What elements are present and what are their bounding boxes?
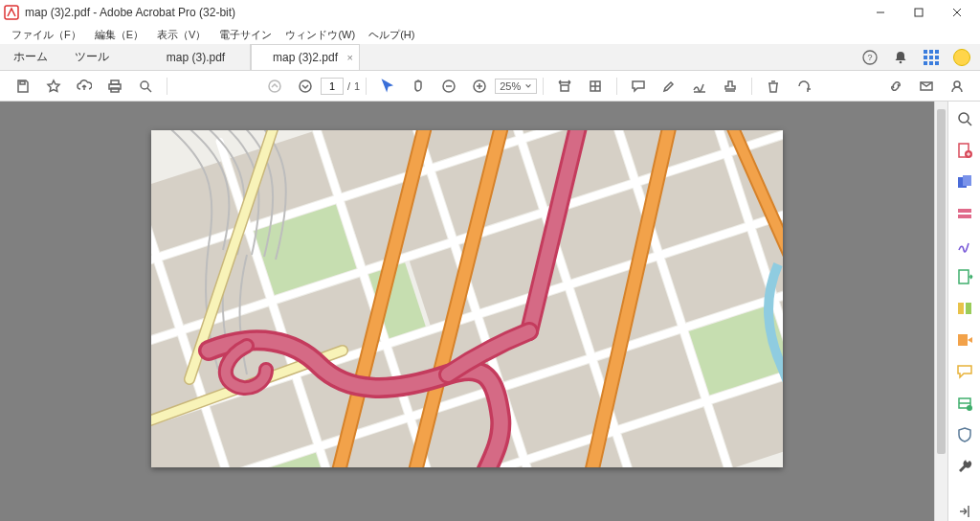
- menu-view[interactable]: 表示（V）: [151, 26, 212, 44]
- account-avatar-icon[interactable]: [953, 49, 970, 66]
- svg-line-90: [968, 122, 971, 125]
- trash-icon[interactable]: [762, 75, 785, 98]
- tab-label: map (3)2.pdf: [273, 51, 338, 64]
- close-button[interactable]: [938, 0, 976, 25]
- work-area: [0, 102, 980, 521]
- tab-tools[interactable]: ツール: [61, 44, 122, 70]
- menu-help[interactable]: ヘルプ(H): [363, 26, 420, 44]
- zoom-value: 25%: [500, 80, 521, 92]
- svg-point-105: [967, 405, 972, 411]
- pointer-icon[interactable]: [376, 75, 399, 98]
- apps-grid-icon[interactable]: [923, 49, 940, 66]
- star-icon[interactable]: [42, 75, 65, 98]
- rotate-icon[interactable]: [792, 75, 815, 98]
- tab-bar: ホーム ツール map (3).pdf map (3)2.pdf × ?: [0, 44, 980, 71]
- zoom-in-icon[interactable]: [468, 75, 491, 98]
- map-content: [151, 130, 783, 467]
- print-icon[interactable]: [103, 75, 126, 98]
- save-icon[interactable]: [11, 75, 34, 98]
- tab-document-2[interactable]: map (3)2.pdf ×: [251, 44, 360, 70]
- send-comments-icon[interactable]: [955, 331, 974, 350]
- protect-icon[interactable]: [955, 426, 974, 444]
- help-icon[interactable]: ?: [861, 49, 879, 66]
- svg-rect-99: [959, 270, 969, 283]
- svg-rect-102: [958, 334, 968, 346]
- create-pdf-icon[interactable]: [955, 141, 974, 159]
- maximize-button[interactable]: [900, 0, 938, 25]
- tools-side-panel: [947, 102, 980, 521]
- window-buttons: [861, 0, 976, 25]
- close-icon[interactable]: ×: [347, 52, 353, 63]
- combine-files-icon[interactable]: [955, 172, 974, 191]
- scan-ocr-icon[interactable]: [955, 395, 974, 413]
- sign-icon[interactable]: [688, 75, 711, 98]
- svg-point-7: [900, 60, 902, 63]
- edit-pdf-icon[interactable]: [955, 204, 974, 222]
- svg-point-15: [300, 80, 311, 92]
- collapse-panel-icon[interactable]: [955, 503, 974, 521]
- comment-tool-icon[interactable]: [955, 363, 974, 381]
- organize-pages-icon[interactable]: [955, 299, 974, 317]
- menu-bar: ファイル（F） 編集（E） 表示（V） 電子サイン ウィンドウ(W) ヘルプ(H…: [0, 25, 980, 44]
- menu-esign[interactable]: 電子サイン: [213, 26, 278, 44]
- menu-edit[interactable]: 編集（E）: [89, 26, 149, 44]
- page-current-input[interactable]: [321, 78, 344, 95]
- fit-width-icon[interactable]: [553, 75, 576, 98]
- svg-rect-21: [561, 85, 568, 91]
- window-title: map (3)2.pdf - Adobe Acrobat Pro (32-bit…: [25, 6, 861, 19]
- mail-icon[interactable]: [915, 75, 938, 98]
- svg-rect-98: [958, 215, 971, 218]
- page-sep: /: [347, 80, 350, 92]
- zoom-select[interactable]: 25%: [495, 79, 537, 94]
- profile-icon[interactable]: [946, 75, 969, 98]
- menu-file[interactable]: ファイル（F）: [6, 26, 87, 44]
- svg-rect-101: [966, 303, 971, 314]
- svg-point-12: [141, 81, 148, 89]
- hand-icon[interactable]: [407, 75, 430, 98]
- tab-home[interactable]: ホーム: [0, 44, 61, 70]
- svg-rect-96: [963, 175, 971, 186]
- sign-tool-icon[interactable]: [955, 236, 974, 254]
- export-pdf-icon[interactable]: [955, 267, 974, 285]
- page-down-icon[interactable]: [294, 75, 317, 98]
- svg-rect-100: [958, 303, 964, 314]
- page-up-icon[interactable]: [263, 75, 286, 98]
- fit-page-icon[interactable]: [584, 75, 607, 98]
- bell-icon[interactable]: [892, 49, 909, 66]
- page-counter: / 1: [321, 78, 360, 95]
- tab-label: map (3).pdf: [167, 51, 225, 64]
- search-tool-icon[interactable]: [955, 109, 974, 127]
- svg-rect-11: [111, 88, 119, 92]
- svg-point-89: [959, 113, 969, 123]
- vertical-scrollbar[interactable]: [934, 102, 947, 521]
- svg-rect-8: [20, 81, 25, 84]
- menu-window[interactable]: ウィンドウ(W): [279, 26, 361, 44]
- svg-rect-97: [958, 209, 971, 213]
- pdf-page: [151, 130, 783, 467]
- link-icon[interactable]: [884, 75, 907, 98]
- svg-point-26: [954, 81, 960, 87]
- find-icon[interactable]: [134, 75, 157, 98]
- main-toolbar: / 1 25%: [0, 71, 980, 102]
- minimize-button[interactable]: [861, 0, 900, 25]
- zoom-out-icon[interactable]: [437, 75, 460, 98]
- comment-icon[interactable]: [627, 75, 650, 98]
- svg-text:?: ?: [867, 53, 872, 62]
- svg-line-13: [147, 88, 151, 92]
- title-bar: map (3)2.pdf - Adobe Acrobat Pro (32-bit…: [0, 0, 980, 25]
- scroll-thumb[interactable]: [937, 109, 946, 454]
- highlight-icon[interactable]: [657, 75, 680, 98]
- tab-document-1[interactable]: map (3).pdf: [142, 44, 251, 70]
- cloud-upload-icon[interactable]: [73, 75, 96, 98]
- page-total: 1: [354, 80, 360, 92]
- svg-point-14: [269, 80, 280, 92]
- stamp-icon[interactable]: [719, 75, 742, 98]
- svg-rect-2: [915, 9, 923, 16]
- more-tools-icon[interactable]: [955, 458, 974, 476]
- app-icon: [4, 5, 19, 20]
- document-viewport[interactable]: [0, 102, 934, 521]
